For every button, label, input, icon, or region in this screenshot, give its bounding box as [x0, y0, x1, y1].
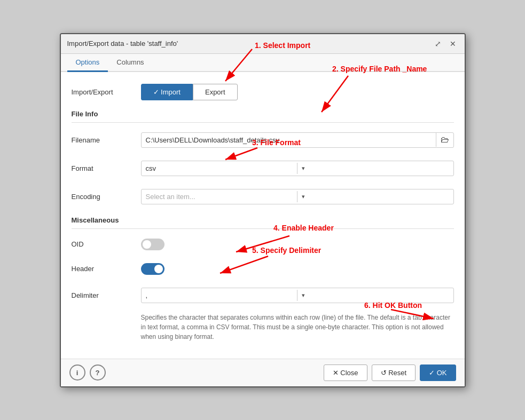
oid-slider	[141, 239, 164, 250]
miscellaneous-title: Miscellaneous	[72, 216, 454, 224]
encoding-label: Encoding	[72, 193, 141, 201]
header-label: Header	[72, 265, 141, 273]
footer-left: i ?	[69, 364, 106, 381]
title-bar: Import/Export data - table 'staff_info' …	[61, 34, 465, 54]
dialog-title: Import/Export data - table 'staff_info'	[67, 39, 178, 47]
filename-control: 🗁	[141, 132, 454, 148]
encoding-select[interactable]: Select an item... ▾	[141, 189, 454, 204]
header-control	[141, 263, 454, 275]
filename-row: Filename 🗁	[72, 129, 454, 151]
delimiter-select[interactable]: , ▾	[141, 288, 454, 303]
format-control: csv ▾	[141, 161, 454, 176]
encoding-control: Select an item... ▾	[141, 189, 454, 204]
reset-button[interactable]: ↺ Reset	[372, 364, 416, 381]
file-info-title: File Info	[72, 110, 454, 118]
import-export-dialog: Import/Export data - table 'staff_info' …	[60, 33, 466, 387]
dialog-footer: i ? ✕ Close ↺ Reset ✓ OK	[61, 359, 465, 386]
delimiter-dropdown-arrow[interactable]: ▾	[297, 290, 453, 301]
import-export-group: ✓ Import Export	[141, 84, 454, 100]
filename-input-wrapper: 🗁	[141, 132, 454, 148]
tab-options[interactable]: Options	[67, 54, 108, 72]
oid-toggle[interactable]	[141, 239, 164, 250]
format-value: csv	[142, 161, 297, 176]
delimiter-hint: Specifies the character that separates c…	[72, 313, 454, 342]
delimiter-value: ,	[142, 288, 297, 303]
miscellaneous-divider	[72, 228, 454, 229]
file-info-section: File Info Filename 🗁 Format	[72, 110, 454, 208]
oid-row: OID	[72, 235, 454, 253]
title-bar-controls: ⤢ ✕	[433, 38, 458, 49]
info-button[interactable]: i	[69, 364, 85, 381]
header-slider	[141, 263, 164, 275]
oid-label: OID	[72, 240, 141, 248]
browse-button[interactable]: 🗁	[436, 133, 453, 147]
delimiter-row: Delimiter , ▾	[72, 284, 454, 306]
format-select[interactable]: csv ▾	[141, 161, 454, 176]
filename-input[interactable]	[142, 133, 436, 147]
delimiter-label: Delimiter	[72, 291, 141, 299]
oid-control	[141, 239, 454, 250]
footer-right: ✕ Close ↺ Reset ✓ OK	[324, 364, 456, 381]
format-label: Format	[72, 164, 141, 172]
tab-columns[interactable]: Columns	[108, 54, 152, 72]
encoding-placeholder: Select an item...	[142, 189, 297, 204]
encoding-dropdown-arrow[interactable]: ▾	[297, 191, 453, 202]
ok-button[interactable]: ✓ OK	[420, 364, 456, 381]
dialog-body: Import/Export ✓ Import Export File Info …	[61, 72, 465, 359]
header-toggle[interactable]	[141, 263, 164, 275]
filename-label: Filename	[72, 136, 141, 144]
format-dropdown-arrow[interactable]: ▾	[297, 163, 453, 174]
export-button[interactable]: Export	[193, 84, 238, 100]
tabs-bar: Options Columns	[61, 54, 465, 72]
encoding-row: Encoding Select an item... ▾	[72, 186, 454, 208]
file-info-divider	[72, 122, 454, 123]
header-row: Header	[72, 260, 454, 278]
import-export-label: Import/Export	[72, 88, 141, 96]
import-export-row: Import/Export ✓ Import Export	[72, 81, 454, 104]
close-button[interactable]: ✕ Close	[324, 364, 367, 381]
expand-button[interactable]: ⤢	[433, 38, 443, 49]
help-button[interactable]: ?	[90, 364, 106, 381]
delimiter-control: , ▾	[141, 288, 454, 303]
miscellaneous-section: Miscellaneous OID Header	[72, 216, 454, 342]
import-button[interactable]: ✓ Import	[141, 84, 193, 100]
format-row: Format csv ▾	[72, 157, 454, 179]
close-icon-button[interactable]: ✕	[448, 38, 458, 49]
